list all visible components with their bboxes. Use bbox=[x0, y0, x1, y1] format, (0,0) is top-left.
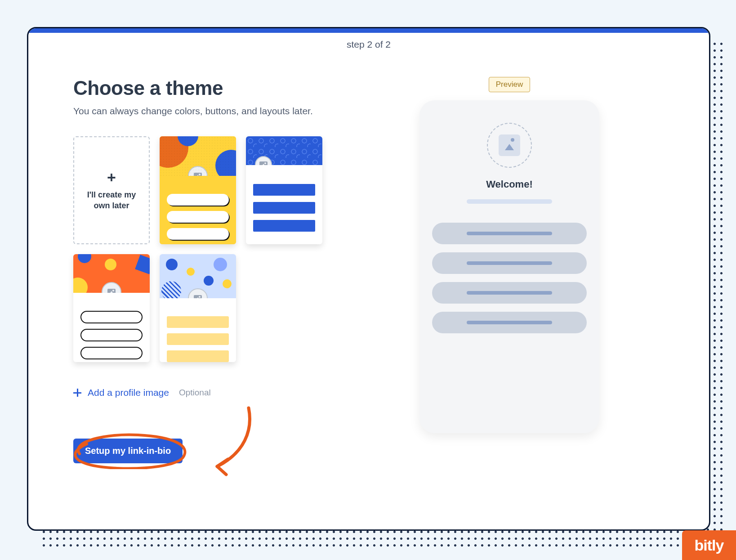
avatar-placeholder-icon bbox=[102, 282, 121, 293]
phone-preview: Welcome! bbox=[419, 100, 599, 433]
preview-link-button bbox=[432, 282, 587, 304]
avatar-placeholder-icon bbox=[255, 156, 272, 165]
right-column: Preview Welcome! bbox=[415, 77, 604, 433]
theme-own-label: I'll create my own later bbox=[82, 189, 141, 211]
theme-option-light-dots[interactable] bbox=[160, 254, 236, 362]
preview-avatar-placeholder bbox=[487, 123, 532, 168]
image-placeholder-icon bbox=[499, 134, 520, 156]
bitly-logo: bitly bbox=[682, 530, 736, 560]
optional-label: Optional bbox=[179, 388, 211, 398]
page-title: Choose a theme bbox=[73, 77, 352, 99]
preview-welcome-text: Welcome! bbox=[432, 179, 587, 190]
plus-icon: + bbox=[107, 170, 116, 185]
theme-option-blue-pattern[interactable] bbox=[246, 136, 322, 244]
theme-links-preview bbox=[160, 176, 236, 244]
preview-badge: Preview bbox=[489, 77, 530, 92]
page-subtitle: You can always change colors, buttons, a… bbox=[73, 106, 352, 116]
theme-links-preview bbox=[73, 293, 150, 362]
theme-header bbox=[160, 254, 236, 298]
plus-icon bbox=[73, 389, 81, 397]
step-indicator: step 2 of 2 bbox=[28, 28, 709, 50]
theme-header bbox=[246, 136, 322, 165]
theme-links-preview bbox=[160, 298, 236, 362]
app-window: step 2 of 2 Choose a theme You can alway… bbox=[27, 27, 710, 531]
setup-button-wrap: Setup my link-in-bio bbox=[73, 439, 217, 475]
annotation-arrow-icon bbox=[208, 403, 262, 480]
theme-option-yellow-abstract[interactable] bbox=[160, 136, 236, 244]
themes-grid: + I'll create my own later bbox=[73, 136, 352, 362]
add-profile-label: Add a profile image bbox=[88, 387, 169, 398]
setup-link-in-bio-button[interactable]: Setup my link-in-bio bbox=[73, 439, 183, 463]
preview-subtitle-placeholder bbox=[467, 199, 552, 204]
avatar-placeholder-icon bbox=[188, 288, 208, 298]
left-column: Choose a theme You can always change col… bbox=[73, 77, 352, 475]
avatar-placeholder-icon bbox=[188, 166, 208, 176]
theme-header bbox=[160, 136, 236, 176]
preview-link-button bbox=[432, 312, 587, 333]
theme-header bbox=[73, 254, 150, 293]
theme-option-create-own[interactable]: + I'll create my own later bbox=[73, 136, 150, 244]
theme-links-preview bbox=[246, 165, 322, 239]
preview-link-button bbox=[432, 252, 587, 274]
preview-link-button bbox=[432, 223, 587, 244]
decorative-dots-bottom bbox=[40, 529, 715, 547]
theme-option-orange-burst[interactable] bbox=[73, 254, 150, 362]
add-profile-row: Add a profile image Optional bbox=[73, 387, 352, 398]
add-profile-image-link[interactable]: Add a profile image bbox=[73, 387, 169, 398]
